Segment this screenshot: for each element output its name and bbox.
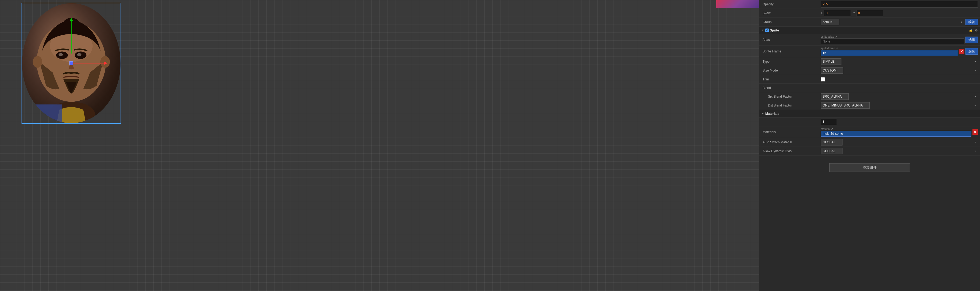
transform-handle-v (71, 21, 72, 54)
sprite-frame-ref-label: sprite-frame ↗ (821, 47, 958, 50)
size-mode-row: Size Mode CUSTOM (759, 66, 980, 75)
auto-switch-dropdown[interactable]: GLOBAL (821, 139, 843, 145)
opacity-row: Opacity (759, 0, 980, 9)
right-inspector-panel: Opacity Skew X Y Group (759, 0, 980, 291)
sprite-frame-edit-btn[interactable]: 编辑 (966, 48, 978, 55)
sprite-frame-row: Sprite Frame sprite-frame ↗ ✕ 编辑 (759, 46, 980, 57)
sprite-toggle[interactable]: ▼ (762, 29, 764, 32)
atlas-input[interactable] (821, 38, 964, 45)
allow-dynamic-row: Allow Dynamic Atlas GLOBAL (759, 147, 980, 156)
sprite-frame-delete-btn[interactable]: ✕ (959, 49, 964, 54)
atlas-ref-label: sprite-atlas ↗ (821, 35, 964, 38)
trim-row: Trim (759, 75, 980, 84)
svg-point-7 (77, 53, 81, 56)
trim-label: Trim (762, 78, 821, 81)
sprite-lock-icon[interactable]: 🔒 (969, 29, 973, 32)
opacity-label: Opacity (762, 2, 821, 6)
materials-section-header: ▼ Materials (759, 110, 980, 118)
auto-switch-label: Auto Switch Material (762, 140, 821, 144)
dst-blend-label: Dst Blend Factor (762, 103, 821, 107)
src-blend-label: Src Blend Factor (762, 95, 821, 99)
skew-x-label: X (821, 11, 823, 15)
sprite-container (22, 3, 121, 124)
size-mode-label: Size Mode (762, 68, 821, 72)
sprite-frame-input[interactable] (821, 50, 958, 56)
materials-ref-label: material ↗ (821, 127, 971, 130)
transform-arrow-up (70, 18, 73, 21)
allow-dynamic-label: Allow Dynamic Atlas (762, 149, 821, 153)
dst-blend-dropdown[interactable]: ONE_MINUS_SRC_ALPHA (821, 102, 870, 109)
allow-dynamic-dropdown[interactable]: GLOBAL (821, 148, 843, 154)
transform-center-handle[interactable] (69, 61, 73, 65)
sprite-section-title: Sprite (770, 29, 779, 32)
materials-input[interactable] (821, 131, 971, 137)
src-blend-row: Src Blend Factor SRC_ALPHA (759, 92, 980, 101)
materials-delete-btn[interactable]: ✕ (972, 129, 978, 135)
sprite-section-header: ▼ Sprite 🔒 ⚙ (759, 27, 980, 34)
auto-switch-row: Auto Switch Material GLOBAL (759, 138, 980, 147)
svg-point-9 (33, 56, 43, 68)
skew-y-label: Y (853, 11, 855, 15)
materials-toggle[interactable]: ▼ (762, 112, 764, 115)
blend-row: Blend (759, 84, 980, 92)
materials-count-input[interactable] (821, 119, 837, 125)
type-row: Type SIMPLE (759, 57, 980, 66)
blend-label: Blend (762, 86, 821, 90)
add-component-btn[interactable]: 添加组件 (829, 163, 910, 172)
sprite-enabled-checkbox[interactable] (765, 29, 769, 32)
group-label: Group (762, 20, 821, 24)
skew-x-input[interactable] (824, 10, 851, 16)
dst-blend-row: Dst Blend Factor ONE_MINUS_SRC_ALPHA (759, 101, 980, 110)
skew-row: Skew X Y (759, 9, 980, 18)
sprite-frame-label: Sprite Frame (762, 49, 821, 53)
transform-arrow-right (104, 62, 107, 65)
skew-label: Skew (762, 11, 821, 15)
materials-section-title: Materials (765, 112, 779, 116)
atlas-label: Atlas (762, 38, 821, 42)
type-dropdown[interactable]: SIMPLE (821, 58, 842, 65)
group-edit-btn[interactable]: 编辑 (966, 19, 978, 25)
materials-item-label: Materials (762, 130, 821, 134)
skew-y-input[interactable] (856, 10, 883, 16)
group-dropdown[interactable]: default (821, 19, 839, 25)
add-component-area: 添加组件 (759, 156, 980, 180)
materials-count-row (759, 118, 980, 126)
top-gradient-decoration (716, 0, 759, 8)
sprite-gear-icon[interactable]: ⚙ (975, 29, 978, 32)
materials-item-row: Materials material ↗ ✕ (759, 126, 980, 138)
size-mode-dropdown[interactable]: CUSTOM (821, 67, 843, 74)
group-row: Group default 编辑 (759, 18, 980, 27)
src-blend-dropdown[interactable]: SRC_ALPHA (821, 93, 849, 100)
type-label: Type (762, 60, 821, 64)
canvas-area (0, 0, 759, 291)
transform-handle-h (71, 63, 103, 64)
atlas-row: Atlas sprite-atlas ↗ 选择 (759, 34, 980, 46)
svg-point-6 (59, 53, 63, 56)
opacity-input[interactable] (821, 1, 978, 8)
trim-checkbox[interactable] (821, 77, 825, 81)
atlas-select-btn[interactable]: 选择 (966, 37, 978, 43)
svg-rect-1 (35, 104, 62, 123)
